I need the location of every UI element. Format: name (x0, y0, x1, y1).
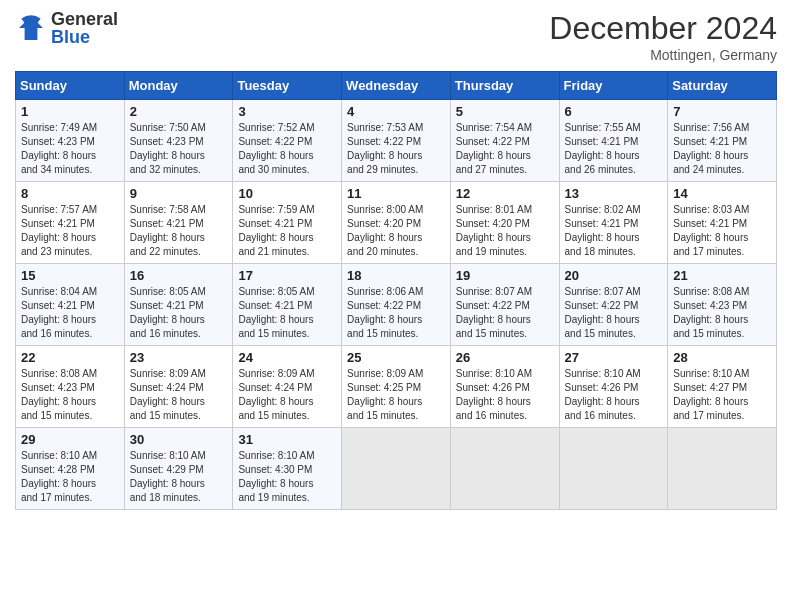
calendar-cell: 16Sunrise: 8:05 AM Sunset: 4:21 PM Dayli… (124, 264, 233, 346)
day-number: 8 (21, 186, 119, 201)
location: Mottingen, Germany (549, 47, 777, 63)
calendar-cell: 5Sunrise: 7:54 AM Sunset: 4:22 PM Daylig… (450, 100, 559, 182)
day-number: 28 (673, 350, 771, 365)
calendar-cell: 22Sunrise: 8:08 AM Sunset: 4:23 PM Dayli… (16, 346, 125, 428)
day-number: 2 (130, 104, 228, 119)
day-info: Sunrise: 7:54 AM Sunset: 4:22 PM Dayligh… (456, 121, 554, 177)
day-number: 11 (347, 186, 445, 201)
day-number: 3 (238, 104, 336, 119)
day-number: 13 (565, 186, 663, 201)
calendar-cell (559, 428, 668, 510)
calendar-cell: 7Sunrise: 7:56 AM Sunset: 4:21 PM Daylig… (668, 100, 777, 182)
day-number: 22 (21, 350, 119, 365)
calendar-cell: 4Sunrise: 7:53 AM Sunset: 4:22 PM Daylig… (342, 100, 451, 182)
calendar-cell: 11Sunrise: 8:00 AM Sunset: 4:20 PM Dayli… (342, 182, 451, 264)
week-row-5: 29Sunrise: 8:10 AM Sunset: 4:28 PM Dayli… (16, 428, 777, 510)
day-info: Sunrise: 7:59 AM Sunset: 4:21 PM Dayligh… (238, 203, 336, 259)
day-number: 16 (130, 268, 228, 283)
day-info: Sunrise: 8:01 AM Sunset: 4:20 PM Dayligh… (456, 203, 554, 259)
day-number: 14 (673, 186, 771, 201)
day-number: 9 (130, 186, 228, 201)
day-number: 23 (130, 350, 228, 365)
day-info: Sunrise: 8:08 AM Sunset: 4:23 PM Dayligh… (21, 367, 119, 423)
calendar-cell: 15Sunrise: 8:04 AM Sunset: 4:21 PM Dayli… (16, 264, 125, 346)
calendar-header-row: SundayMondayTuesdayWednesdayThursdayFrid… (16, 72, 777, 100)
day-number: 29 (21, 432, 119, 447)
day-info: Sunrise: 7:53 AM Sunset: 4:22 PM Dayligh… (347, 121, 445, 177)
week-row-2: 8Sunrise: 7:57 AM Sunset: 4:21 PM Daylig… (16, 182, 777, 264)
column-header-tuesday: Tuesday (233, 72, 342, 100)
week-row-1: 1Sunrise: 7:49 AM Sunset: 4:23 PM Daylig… (16, 100, 777, 182)
day-info: Sunrise: 8:10 AM Sunset: 4:30 PM Dayligh… (238, 449, 336, 505)
calendar-cell: 6Sunrise: 7:55 AM Sunset: 4:21 PM Daylig… (559, 100, 668, 182)
calendar-cell: 2Sunrise: 7:50 AM Sunset: 4:23 PM Daylig… (124, 100, 233, 182)
calendar-cell: 20Sunrise: 8:07 AM Sunset: 4:22 PM Dayli… (559, 264, 668, 346)
day-info: Sunrise: 8:10 AM Sunset: 4:29 PM Dayligh… (130, 449, 228, 505)
column-header-friday: Friday (559, 72, 668, 100)
logo-text: General Blue (51, 10, 118, 46)
day-info: Sunrise: 8:10 AM Sunset: 4:26 PM Dayligh… (456, 367, 554, 423)
day-info: Sunrise: 8:07 AM Sunset: 4:22 PM Dayligh… (565, 285, 663, 341)
day-number: 10 (238, 186, 336, 201)
calendar-cell: 17Sunrise: 8:05 AM Sunset: 4:21 PM Dayli… (233, 264, 342, 346)
day-number: 7 (673, 104, 771, 119)
day-info: Sunrise: 8:09 AM Sunset: 4:24 PM Dayligh… (238, 367, 336, 423)
column-header-sunday: Sunday (16, 72, 125, 100)
day-info: Sunrise: 8:09 AM Sunset: 4:24 PM Dayligh… (130, 367, 228, 423)
day-info: Sunrise: 8:02 AM Sunset: 4:21 PM Dayligh… (565, 203, 663, 259)
week-row-4: 22Sunrise: 8:08 AM Sunset: 4:23 PM Dayli… (16, 346, 777, 428)
calendar-cell: 3Sunrise: 7:52 AM Sunset: 4:22 PM Daylig… (233, 100, 342, 182)
day-number: 5 (456, 104, 554, 119)
day-info: Sunrise: 7:49 AM Sunset: 4:23 PM Dayligh… (21, 121, 119, 177)
calendar-cell: 27Sunrise: 8:10 AM Sunset: 4:26 PM Dayli… (559, 346, 668, 428)
week-row-3: 15Sunrise: 8:04 AM Sunset: 4:21 PM Dayli… (16, 264, 777, 346)
day-info: Sunrise: 8:10 AM Sunset: 4:28 PM Dayligh… (21, 449, 119, 505)
calendar-cell: 21Sunrise: 8:08 AM Sunset: 4:23 PM Dayli… (668, 264, 777, 346)
calendar-cell: 25Sunrise: 8:09 AM Sunset: 4:25 PM Dayli… (342, 346, 451, 428)
calendar-cell: 12Sunrise: 8:01 AM Sunset: 4:20 PM Dayli… (450, 182, 559, 264)
page-header: General Blue December 2024 Mottingen, Ge… (15, 10, 777, 63)
day-info: Sunrise: 8:05 AM Sunset: 4:21 PM Dayligh… (238, 285, 336, 341)
day-number: 19 (456, 268, 554, 283)
day-info: Sunrise: 8:05 AM Sunset: 4:21 PM Dayligh… (130, 285, 228, 341)
day-info: Sunrise: 8:03 AM Sunset: 4:21 PM Dayligh… (673, 203, 771, 259)
column-header-monday: Monday (124, 72, 233, 100)
day-number: 20 (565, 268, 663, 283)
day-info: Sunrise: 7:55 AM Sunset: 4:21 PM Dayligh… (565, 121, 663, 177)
day-info: Sunrise: 8:09 AM Sunset: 4:25 PM Dayligh… (347, 367, 445, 423)
column-header-thursday: Thursday (450, 72, 559, 100)
day-number: 6 (565, 104, 663, 119)
calendar-cell (668, 428, 777, 510)
column-header-saturday: Saturday (668, 72, 777, 100)
day-info: Sunrise: 7:56 AM Sunset: 4:21 PM Dayligh… (673, 121, 771, 177)
calendar-cell: 28Sunrise: 8:10 AM Sunset: 4:27 PM Dayli… (668, 346, 777, 428)
column-header-wednesday: Wednesday (342, 72, 451, 100)
calendar-cell: 14Sunrise: 8:03 AM Sunset: 4:21 PM Dayli… (668, 182, 777, 264)
calendar-cell: 10Sunrise: 7:59 AM Sunset: 4:21 PM Dayli… (233, 182, 342, 264)
calendar-cell: 24Sunrise: 8:09 AM Sunset: 4:24 PM Dayli… (233, 346, 342, 428)
day-info: Sunrise: 8:10 AM Sunset: 4:26 PM Dayligh… (565, 367, 663, 423)
calendar-cell: 31Sunrise: 8:10 AM Sunset: 4:30 PM Dayli… (233, 428, 342, 510)
calendar-table: SundayMondayTuesdayWednesdayThursdayFrid… (15, 71, 777, 510)
day-number: 26 (456, 350, 554, 365)
logo-icon (15, 12, 47, 44)
day-info: Sunrise: 7:57 AM Sunset: 4:21 PM Dayligh… (21, 203, 119, 259)
day-number: 1 (21, 104, 119, 119)
title-block: December 2024 Mottingen, Germany (549, 10, 777, 63)
day-number: 4 (347, 104, 445, 119)
day-info: Sunrise: 8:08 AM Sunset: 4:23 PM Dayligh… (673, 285, 771, 341)
day-number: 15 (21, 268, 119, 283)
calendar-cell: 19Sunrise: 8:07 AM Sunset: 4:22 PM Dayli… (450, 264, 559, 346)
calendar-cell: 23Sunrise: 8:09 AM Sunset: 4:24 PM Dayli… (124, 346, 233, 428)
month-title: December 2024 (549, 10, 777, 47)
calendar-cell: 30Sunrise: 8:10 AM Sunset: 4:29 PM Dayli… (124, 428, 233, 510)
day-info: Sunrise: 8:00 AM Sunset: 4:20 PM Dayligh… (347, 203, 445, 259)
day-number: 31 (238, 432, 336, 447)
calendar-cell (342, 428, 451, 510)
day-number: 27 (565, 350, 663, 365)
day-info: Sunrise: 8:06 AM Sunset: 4:22 PM Dayligh… (347, 285, 445, 341)
calendar-cell: 1Sunrise: 7:49 AM Sunset: 4:23 PM Daylig… (16, 100, 125, 182)
calendar-cell: 29Sunrise: 8:10 AM Sunset: 4:28 PM Dayli… (16, 428, 125, 510)
calendar-cell: 9Sunrise: 7:58 AM Sunset: 4:21 PM Daylig… (124, 182, 233, 264)
day-number: 18 (347, 268, 445, 283)
